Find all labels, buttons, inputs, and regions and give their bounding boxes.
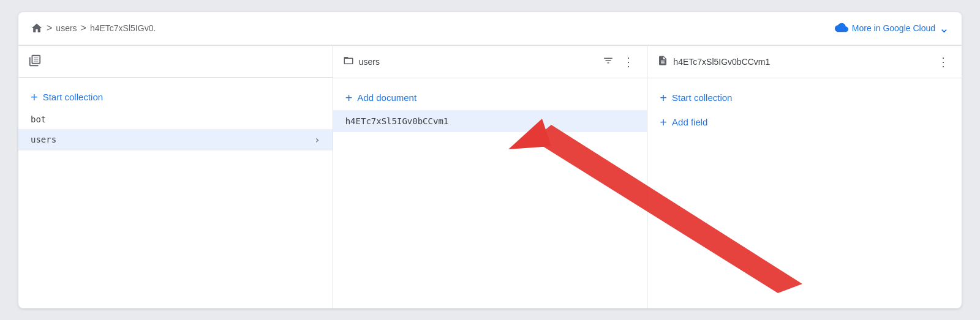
fields-column-title-text: h4ETc7xSl5IGv0bCCvm1 [673,57,770,67]
fields-column-body: + Start collection + Add field [647,78,962,308]
more-in-google-cloud-label: More in Google Cloud [852,23,935,33]
collection-item-users-label: users [31,135,314,144]
home-icon[interactable] [31,22,43,34]
documents-column-body: + Add document h4ETc7xSl5IGv0bCCvm1 [333,78,647,308]
plus-icon-col3-start: + [660,92,667,104]
breadcrumb-doc-id: h4ETc7xSl5IGv0. [90,23,156,33]
more-vert-icon-col3[interactable]: ⋮ [935,53,952,70]
more-vert-icon-col2[interactable]: ⋮ [620,53,637,70]
start-collection-label-col3: Start collection [672,92,732,103]
collection-item-users[interactable]: users › [18,129,333,151]
documents-column-title: users [343,55,603,68]
stack-icon [28,54,42,69]
add-field-button[interactable]: + Add field [647,110,962,135]
filter-icon[interactable] [603,55,614,69]
fields-column-title: h4ETc7xSl5IGv0bCCvm1 [657,55,935,68]
plus-icon-col1: + [31,91,38,103]
chevron-down-icon: ⌄ [939,21,949,35]
document-item-h4etcx[interactable]: h4ETc7xSl5IGv0bCCvm1 [333,110,647,132]
breadcrumb: > users > h4ETc7xSl5IGv0. [31,22,156,34]
documents-column-title-text: users [359,57,380,67]
plus-icon-col2: + [345,92,353,104]
collections-column-body: + Start collection bot users › [18,78,333,308]
breadcrumb-bar: > users > h4ETc7xSl5IGv0. More in Google… [18,12,962,45]
more-in-google-cloud-button[interactable]: More in Google Cloud ⌄ [835,21,949,36]
collections-column: + Start collection bot users › [18,46,333,308]
start-collection-label-col1: Start collection [43,92,103,102]
document-icon-col3 [657,55,668,68]
start-collection-button-col3[interactable]: + Start collection [647,86,962,110]
breadcrumb-separator-1: > [47,23,52,34]
collection-item-bot-label: bot [31,114,320,124]
start-collection-button-col1[interactable]: + Start collection [18,85,333,110]
add-document-button[interactable]: + Add document [333,86,647,110]
documents-column-header: users ⋮ [333,46,647,78]
fields-column-header: h4ETc7xSl5IGv0bCCvm1 ⋮ [647,46,962,78]
fields-column-actions: ⋮ [935,53,952,70]
collection-item-bot[interactable]: bot [18,110,333,129]
plus-icon-col3-add: + [660,116,667,128]
document-item-label: h4ETc7xSl5IGv0bCCvm1 [345,116,449,126]
documents-column-actions: ⋮ [603,53,637,70]
cloud-icon [835,21,848,36]
documents-column: users ⋮ + Add document h4ET [333,46,648,308]
add-field-label: Add field [672,117,707,127]
chevron-right-icon: › [314,134,320,146]
document-collection-icon [343,55,354,68]
add-document-label: Add document [357,92,417,103]
fields-column: h4ETc7xSl5IGv0bCCvm1 ⋮ + Start collectio… [647,46,962,308]
collections-column-header [18,46,333,78]
breadcrumb-users[interactable]: users [56,23,77,33]
breadcrumb-separator-2: > [81,23,86,34]
